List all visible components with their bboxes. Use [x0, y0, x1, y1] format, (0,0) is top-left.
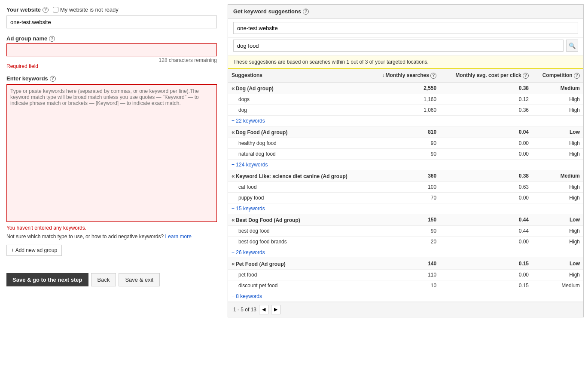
keyword-website-input[interactable] — [233, 22, 578, 34]
no-keywords-error: You haven't entered any keywords. — [6, 225, 217, 231]
hint-text: Not sure which match type to use, or how… — [6, 234, 217, 240]
my-website-not-ready-label[interactable]: My website is not ready — [53, 6, 119, 13]
pagination-prev-button[interactable]: ◀ — [259, 305, 268, 314]
table-row: natural dog food 90 0.00 High — [228, 148, 583, 159]
more-keywords-link[interactable]: + 8 keywords — [232, 293, 262, 299]
add-new-ad-group-button[interactable]: + Add new ad group — [6, 245, 62, 256]
more-keywords-row: + 124 keywords — [228, 159, 583, 170]
save-go-next-button[interactable]: Save & go to the next step — [6, 273, 88, 286]
keyword-search-row: 🔍 — [228, 38, 583, 55]
back-button[interactable]: Back — [91, 273, 116, 286]
keywords-help-icon[interactable]: ? — [50, 76, 56, 82]
keyword-search-input[interactable] — [233, 40, 564, 52]
website-help-icon[interactable]: ? — [43, 7, 49, 13]
keyword-suggestions-help-icon[interactable]: ? — [303, 9, 309, 15]
notice-bar: These suggestions are based on searches … — [228, 55, 583, 69]
competition-help-icon[interactable]: ? — [574, 73, 580, 79]
more-keywords-link[interactable]: + 124 keywords — [232, 162, 268, 168]
table-row: pet food 110 0.00 High — [228, 269, 583, 280]
table-row[interactable]: «Pet Food (Ad group) 140 0.15 Low — [228, 258, 583, 269]
bottom-buttons-bar: Save & go to the next step Back Save & e… — [6, 273, 217, 286]
keyword-suggestions-title: Get keyword suggestions — [233, 8, 301, 15]
table-row: cat food 100 0.63 High — [228, 181, 583, 192]
search-icon: 🔍 — [569, 43, 576, 49]
col-monthly-header: ↓Monthly searches ? — [369, 69, 440, 82]
required-field-text: Required field — [6, 63, 217, 69]
col-suggestions-header: Suggestions — [228, 69, 369, 82]
table-row: healthy dog food 90 0.00 High — [228, 138, 583, 148]
more-keywords-link[interactable]: + 15 keywords — [232, 206, 265, 212]
monthly-help-icon[interactable]: ? — [430, 73, 436, 79]
char-remaining: 128 characters remaining — [6, 57, 217, 63]
search-button[interactable]: 🔍 — [566, 40, 578, 52]
table-row: best dog food brands 20 0.00 High — [228, 236, 583, 247]
more-keywords-row: + 26 keywords — [228, 247, 583, 258]
pagination-text: 1 - 5 of 13 — [233, 307, 256, 313]
website-input[interactable] — [6, 15, 217, 28]
col-avg-cost-header: Monthly avg. cost per click ? — [440, 69, 532, 82]
table-row: discount pet food 10 0.15 Medium — [228, 280, 583, 291]
more-keywords-row: + 22 keywords — [228, 115, 583, 126]
keywords-textarea[interactable] — [6, 84, 217, 222]
suggestions-table: Suggestions ↓Monthly searches ? Monthly … — [228, 69, 583, 302]
save-exit-button[interactable]: Save & exit — [119, 273, 160, 286]
table-row[interactable]: «Dog (Ad group) 2,550 0.38 Medium — [228, 82, 583, 94]
learn-more-link[interactable]: Learn more — [165, 234, 192, 240]
avg-cost-help-icon[interactable]: ? — [523, 73, 529, 79]
pagination-bar: 1 - 5 of 13 ◀ ▶ — [228, 302, 583, 317]
col-competition-header: Competition ? — [532, 69, 583, 82]
table-row[interactable]: «Keyword Like: science diet canine (Ad g… — [228, 170, 583, 181]
my-website-not-ready-checkbox[interactable] — [53, 7, 58, 12]
ad-group-name-label: Ad group name — [6, 35, 47, 42]
website-label: Your website — [6, 6, 41, 13]
my-website-not-ready-text: My website is not ready — [60, 6, 119, 13]
ad-group-help-icon[interactable]: ? — [49, 36, 55, 42]
more-keywords-row: + 8 keywords — [228, 291, 583, 301]
more-keywords-link[interactable]: + 22 keywords — [232, 118, 265, 124]
table-row: dog 1,060 0.36 High — [228, 105, 583, 115]
table-row: best dog food 90 0.44 High — [228, 225, 583, 236]
more-keywords-link[interactable]: + 26 keywords — [232, 249, 265, 255]
ad-group-name-input[interactable] — [6, 43, 217, 56]
table-row[interactable]: «Best Dog Food (Ad group) 150 0.44 Low — [228, 214, 583, 225]
table-row: puppy food 70 0.00 High — [228, 192, 583, 203]
table-row[interactable]: «Dog Food (Ad group) 810 0.04 Low — [228, 126, 583, 138]
website-search-row — [228, 18, 583, 38]
table-row: dogs 1,160 0.12 High — [228, 94, 583, 105]
enter-keywords-label: Enter keywords — [6, 75, 48, 82]
more-keywords-row: + 15 keywords — [228, 203, 583, 214]
pagination-next-button[interactable]: ▶ — [271, 305, 280, 314]
